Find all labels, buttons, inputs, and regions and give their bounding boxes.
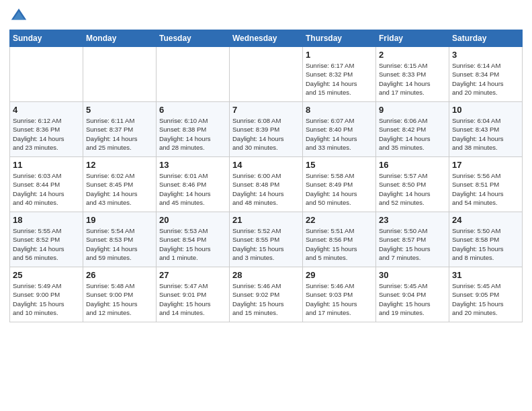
day-number: 13 (159, 160, 226, 170)
day-detail: Sunrise: 6:04 AM Sunset: 8:43 PM Dayligh… (452, 116, 519, 152)
day-detail: Sunrise: 6:12 AM Sunset: 8:36 PM Dayligh… (13, 116, 80, 152)
day-detail: Sunrise: 5:45 AM Sunset: 9:04 PM Dayligh… (379, 281, 446, 317)
day-number: 5 (86, 105, 153, 115)
day-number: 19 (86, 215, 153, 225)
day-number: 14 (232, 160, 300, 170)
day-detail: Sunrise: 5:45 AM Sunset: 9:05 PM Dayligh… (452, 281, 519, 317)
day-number: 11 (13, 160, 80, 170)
col-header-friday: Friday (376, 30, 449, 47)
col-header-thursday: Thursday (303, 30, 376, 47)
day-cell: 29Sunrise: 5:46 AM Sunset: 9:03 PM Dayli… (303, 267, 376, 322)
day-cell (157, 47, 230, 102)
day-cell: 5Sunrise: 6:11 AM Sunset: 8:37 PM Daylig… (83, 102, 157, 157)
day-number: 8 (306, 105, 373, 115)
week-row-3: 11Sunrise: 6:03 AM Sunset: 8:44 PM Dayli… (10, 157, 523, 212)
day-cell: 9Sunrise: 6:06 AM Sunset: 8:42 PM Daylig… (376, 102, 449, 157)
day-number: 2 (379, 50, 446, 60)
day-number: 23 (379, 215, 446, 225)
day-detail: Sunrise: 6:08 AM Sunset: 8:39 PM Dayligh… (232, 116, 300, 152)
day-cell: 25Sunrise: 5:49 AM Sunset: 9:00 PM Dayli… (10, 267, 83, 322)
day-number: 31 (452, 270, 519, 280)
day-cell (10, 47, 83, 102)
day-cell: 18Sunrise: 5:55 AM Sunset: 8:52 PM Dayli… (10, 212, 83, 267)
day-detail: Sunrise: 5:56 AM Sunset: 8:51 PM Dayligh… (452, 171, 519, 207)
week-row-4: 18Sunrise: 5:55 AM Sunset: 8:52 PM Dayli… (10, 212, 523, 267)
day-cell: 16Sunrise: 5:57 AM Sunset: 8:50 PM Dayli… (376, 157, 449, 212)
day-detail: Sunrise: 6:03 AM Sunset: 8:44 PM Dayligh… (13, 171, 80, 207)
day-cell: 2Sunrise: 6:15 AM Sunset: 8:33 PM Daylig… (376, 47, 449, 102)
day-cell: 22Sunrise: 5:51 AM Sunset: 8:56 PM Dayli… (303, 212, 376, 267)
day-number: 27 (159, 270, 226, 280)
day-cell: 21Sunrise: 5:52 AM Sunset: 8:55 PM Dayli… (230, 212, 303, 267)
col-header-sunday: Sunday (10, 30, 83, 47)
day-detail: Sunrise: 6:10 AM Sunset: 8:38 PM Dayligh… (159, 116, 226, 152)
day-detail: Sunrise: 5:57 AM Sunset: 8:50 PM Dayligh… (379, 171, 446, 207)
day-number: 28 (232, 270, 300, 280)
day-detail: Sunrise: 5:48 AM Sunset: 9:00 PM Dayligh… (86, 281, 153, 317)
day-number: 7 (232, 105, 300, 115)
day-detail: Sunrise: 6:07 AM Sunset: 8:40 PM Dayligh… (306, 116, 373, 152)
day-cell: 31Sunrise: 5:45 AM Sunset: 9:05 PM Dayli… (449, 267, 523, 322)
day-detail: Sunrise: 6:14 AM Sunset: 8:34 PM Dayligh… (452, 61, 519, 97)
day-number: 15 (306, 160, 373, 170)
day-cell: 13Sunrise: 6:01 AM Sunset: 8:46 PM Dayli… (157, 157, 230, 212)
day-number: 4 (13, 105, 80, 115)
day-number: 25 (13, 270, 80, 280)
day-cell: 17Sunrise: 5:56 AM Sunset: 8:51 PM Dayli… (449, 157, 523, 212)
week-row-5: 25Sunrise: 5:49 AM Sunset: 9:00 PM Dayli… (10, 267, 523, 322)
day-cell (230, 47, 303, 102)
day-detail: Sunrise: 5:46 AM Sunset: 9:03 PM Dayligh… (306, 281, 373, 317)
day-detail: Sunrise: 5:51 AM Sunset: 8:56 PM Dayligh… (306, 226, 373, 262)
day-number: 9 (379, 105, 446, 115)
day-detail: Sunrise: 6:06 AM Sunset: 8:42 PM Dayligh… (379, 116, 446, 152)
calendar-table: SundayMondayTuesdayWednesdayThursdayFrid… (9, 30, 523, 322)
col-header-monday: Monday (83, 30, 157, 47)
logo-icon (9, 7, 28, 26)
day-detail: Sunrise: 6:01 AM Sunset: 8:46 PM Dayligh… (159, 171, 226, 207)
day-detail: Sunrise: 6:17 AM Sunset: 8:32 PM Dayligh… (306, 61, 373, 97)
day-detail: Sunrise: 5:50 AM Sunset: 8:57 PM Dayligh… (379, 226, 446, 262)
day-detail: Sunrise: 5:58 AM Sunset: 8:49 PM Dayligh… (306, 171, 373, 207)
day-cell: 6Sunrise: 6:10 AM Sunset: 8:38 PM Daylig… (157, 102, 230, 157)
day-number: 21 (232, 215, 300, 225)
day-detail: Sunrise: 5:49 AM Sunset: 9:00 PM Dayligh… (13, 281, 80, 317)
day-detail: Sunrise: 5:55 AM Sunset: 8:52 PM Dayligh… (13, 226, 80, 262)
day-detail: Sunrise: 6:02 AM Sunset: 8:45 PM Dayligh… (86, 171, 153, 207)
day-detail: Sunrise: 5:54 AM Sunset: 8:53 PM Dayligh… (86, 226, 153, 262)
day-number: 12 (86, 160, 153, 170)
day-cell: 1Sunrise: 6:17 AM Sunset: 8:32 PM Daylig… (303, 47, 376, 102)
col-header-wednesday: Wednesday (230, 30, 303, 47)
day-cell: 7Sunrise: 6:08 AM Sunset: 8:39 PM Daylig… (230, 102, 303, 157)
day-cell: 28Sunrise: 5:46 AM Sunset: 9:02 PM Dayli… (230, 267, 303, 322)
day-number: 16 (379, 160, 446, 170)
day-detail: Sunrise: 6:11 AM Sunset: 8:37 PM Dayligh… (86, 116, 153, 152)
day-detail: Sunrise: 6:15 AM Sunset: 8:33 PM Dayligh… (379, 61, 446, 97)
day-cell: 19Sunrise: 5:54 AM Sunset: 8:53 PM Dayli… (83, 212, 157, 267)
week-row-2: 4Sunrise: 6:12 AM Sunset: 8:36 PM Daylig… (10, 102, 523, 157)
day-number: 30 (379, 270, 446, 280)
day-cell: 26Sunrise: 5:48 AM Sunset: 9:00 PM Dayli… (83, 267, 157, 322)
day-cell: 27Sunrise: 5:47 AM Sunset: 9:01 PM Dayli… (157, 267, 230, 322)
day-cell: 4Sunrise: 6:12 AM Sunset: 8:36 PM Daylig… (10, 102, 83, 157)
day-cell: 12Sunrise: 6:02 AM Sunset: 8:45 PM Dayli… (83, 157, 157, 212)
day-cell: 10Sunrise: 6:04 AM Sunset: 8:43 PM Dayli… (449, 102, 523, 157)
day-number: 18 (13, 215, 80, 225)
day-number: 29 (306, 270, 373, 280)
day-number: 17 (452, 160, 519, 170)
day-cell: 24Sunrise: 5:50 AM Sunset: 8:58 PM Dayli… (449, 212, 523, 267)
logo (9, 7, 31, 26)
day-number: 20 (159, 215, 226, 225)
col-header-saturday: Saturday (449, 30, 523, 47)
day-cell: 30Sunrise: 5:45 AM Sunset: 9:04 PM Dayli… (376, 267, 449, 322)
day-cell: 15Sunrise: 5:58 AM Sunset: 8:49 PM Dayli… (303, 157, 376, 212)
day-number: 6 (159, 105, 226, 115)
day-cell: 8Sunrise: 6:07 AM Sunset: 8:40 PM Daylig… (303, 102, 376, 157)
day-detail: Sunrise: 5:47 AM Sunset: 9:01 PM Dayligh… (159, 281, 226, 317)
day-detail: Sunrise: 6:00 AM Sunset: 8:48 PM Dayligh… (232, 171, 300, 207)
day-cell: 3Sunrise: 6:14 AM Sunset: 8:34 PM Daylig… (449, 47, 523, 102)
day-detail: Sunrise: 5:46 AM Sunset: 9:02 PM Dayligh… (232, 281, 300, 317)
day-cell: 20Sunrise: 5:53 AM Sunset: 8:54 PM Dayli… (157, 212, 230, 267)
day-number: 1 (306, 50, 373, 60)
col-header-tuesday: Tuesday (157, 30, 230, 47)
day-number: 26 (86, 270, 153, 280)
